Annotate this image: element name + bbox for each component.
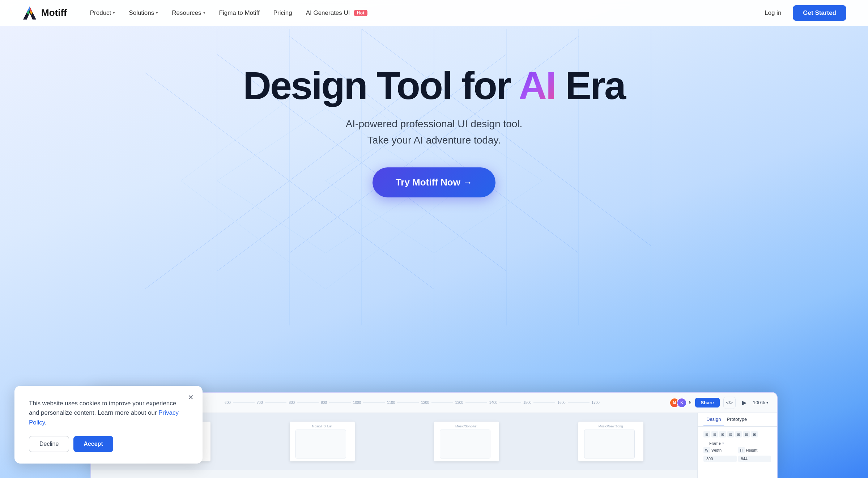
nav-figma-to-motiff[interactable]: Figma to Motiff	[213, 7, 265, 20]
hero-title: Design Tool for AI Era	[243, 65, 625, 106]
height-icon: H	[738, 447, 745, 453]
resources-chevron-icon: ▾	[203, 10, 205, 15]
toolbar-right: M K 5 Share </> ▶ 100% ▾	[669, 397, 768, 409]
frame-height-input[interactable]: 844	[738, 456, 771, 462]
align-distribute-icon[interactable]: ⊠	[751, 431, 758, 438]
nav-right: Log in Get Started	[759, 5, 846, 21]
nav-resources[interactable]: Resources ▾	[166, 7, 211, 20]
hot-badge: Hot	[354, 10, 368, 16]
tab-design[interactable]: Design	[703, 413, 724, 426]
frame-content-songlist	[440, 430, 490, 458]
right-panel-tabs: Design Prototype	[698, 413, 777, 427]
ai-text: AI	[519, 64, 556, 107]
collaborator-avatars: M K 5	[669, 398, 692, 408]
solutions-chevron-icon: ▾	[156, 10, 158, 15]
logo[interactable]: Motiff	[22, 5, 67, 21]
nav-links: Product ▾ Solutions ▾ Resources ▾ Figma …	[84, 7, 759, 20]
alignment-tools: ⊞ ⊟ ⊠ ⊡ ⊞ ⊟ ⊠	[703, 431, 771, 438]
tab-prototype[interactable]: Prototype	[724, 413, 750, 426]
hero-subtitle: AI-powered professional UI design tool. …	[243, 116, 625, 149]
frame-inputs: 390 844	[703, 456, 771, 462]
width-icon: W	[703, 447, 710, 453]
accept-button[interactable]: Accept	[73, 436, 113, 452]
right-panel-content: ⊞ ⊟ ⊠ ⊡ ⊞ ⊟ ⊠ Frame ▾ W	[698, 427, 777, 466]
align-center-icon[interactable]: ⊟	[711, 431, 718, 438]
zoom-control[interactable]: 100% ▾	[753, 400, 768, 405]
right-panel: Design Prototype ⊞ ⊟ ⊠ ⊡ ⊞ ⊟ ⊠	[697, 413, 777, 478]
cookie-buttons: Decline Accept	[29, 436, 188, 452]
nav-product[interactable]: Product ▾	[84, 7, 121, 20]
code-button[interactable]: </>	[723, 397, 736, 409]
nav-ai-generates-ui[interactable]: AI Generates UI Hot	[300, 7, 373, 20]
frame-label-newsong: Mosic/New Song	[584, 424, 638, 428]
frame-size-row: W Width H Height	[703, 447, 771, 453]
navbar: Motiff Product ▾ Solutions ▾ Resources ▾…	[0, 0, 868, 26]
frame-chevron-icon[interactable]: ▾	[722, 441, 724, 445]
canvas-frame-hotlist: Mosic/Hot List	[290, 422, 355, 461]
align-bottom-icon[interactable]: ⊟	[743, 431, 750, 438]
toolbar-ruler: 600 700 800 900 1000 1100 1200 1300	[161, 401, 664, 405]
cookie-close-button[interactable]: ✕	[185, 392, 197, 403]
canvas-frame-songlist: Mosic/Song-list	[434, 422, 499, 461]
width-label: Width	[711, 448, 737, 452]
login-button[interactable]: Log in	[759, 7, 787, 20]
canvas-frame-newsong: Mosic/New Song	[578, 422, 643, 461]
zoom-chevron-icon: ▾	[766, 401, 768, 405]
nav-pricing[interactable]: Pricing	[268, 7, 298, 20]
play-button[interactable]: ▶	[739, 398, 749, 408]
height-label: Height	[746, 448, 771, 452]
align-right-icon[interactable]: ⊠	[719, 431, 726, 438]
share-button[interactable]: Share	[695, 398, 720, 407]
decline-button[interactable]: Decline	[29, 436, 69, 452]
zoom-ruler: 600 700 800 900 1000 1100 1200 1300	[225, 401, 600, 405]
try-motiff-button[interactable]: Try Motiff Now →	[373, 167, 495, 197]
frame-section-label: Frame ▾	[703, 440, 771, 447]
align-left-icon[interactable]: ⊞	[703, 431, 710, 438]
nav-solutions[interactable]: Solutions ▾	[123, 7, 164, 20]
frame-label-hotlist: Mosic/Hot List	[295, 424, 349, 428]
align-top-icon[interactable]: ⊡	[727, 431, 734, 438]
hero-content: Design Tool for AI Era AI-powered profes…	[243, 65, 625, 197]
frame-content-hotlist	[295, 430, 346, 458]
cookie-banner: ✕ This website uses cookies to improve y…	[14, 386, 203, 464]
frame-content-newsong	[584, 430, 635, 458]
get-started-button[interactable]: Get Started	[793, 5, 846, 21]
motiff-logo-icon	[22, 5, 38, 21]
cookie-text: This website uses cookies to improve you…	[29, 399, 188, 427]
avatar-count: 5	[689, 400, 692, 405]
frame-width-input[interactable]: 390	[703, 456, 737, 462]
frame-label-songlist: Mosic/Song-list	[440, 424, 493, 428]
align-middle-icon[interactable]: ⊞	[735, 431, 742, 438]
logo-text: Motiff	[41, 7, 67, 18]
avatar-2: K	[677, 398, 687, 408]
product-chevron-icon: ▾	[113, 10, 115, 15]
